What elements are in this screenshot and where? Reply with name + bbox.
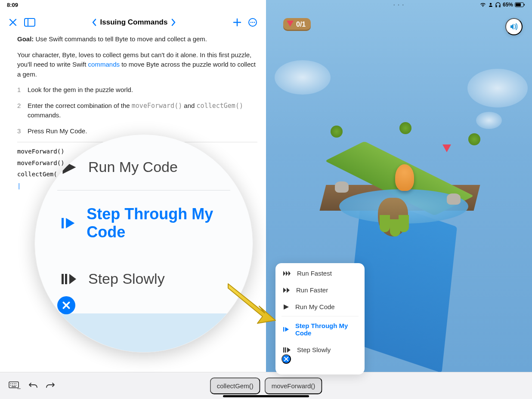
pause-play-icon (62, 271, 77, 287)
chevron-right-icon (171, 18, 176, 26)
battery-icon (515, 2, 525, 7)
cloud (476, 112, 502, 129)
step-play-icon (62, 215, 75, 231)
svg-point-26 (20, 388, 21, 389)
person-icon (488, 2, 493, 7)
sidebar-icon (24, 18, 35, 27)
plus-icon (232, 18, 242, 27)
more-button[interactable] (248, 18, 257, 27)
svg-rect-2 (516, 3, 521, 6)
close-button[interactable] (9, 18, 17, 27)
svg-point-15 (10, 383, 11, 384)
svg-point-19 (10, 385, 11, 386)
svg-rect-12 (283, 347, 285, 353)
chevron-left-icon (92, 18, 97, 26)
svg-rect-13 (285, 347, 286, 353)
commands-link[interactable]: commands (88, 61, 120, 68)
callout-arrow-icon (224, 279, 280, 327)
add-button[interactable] (232, 18, 242, 27)
rock (335, 181, 349, 193)
speaker-icon (510, 23, 518, 31)
step-1: Look for the gem in the puzzle world. (17, 85, 257, 95)
goal-label: Goal: (17, 35, 34, 43)
svg-rect-28 (62, 274, 64, 284)
magnifier-callout: Run My Code Step Through My Code Step Sl… (34, 134, 253, 353)
cloud (467, 69, 528, 107)
bush (331, 126, 343, 138)
redo-icon (46, 382, 55, 390)
svg-point-24 (19, 388, 20, 389)
menu-run-my-code[interactable]: Run My Code (275, 298, 365, 315)
svg-point-0 (490, 3, 492, 5)
menu-close-button[interactable] (281, 354, 291, 364)
svg-point-9 (254, 22, 255, 23)
mag-step-through: Step Through My Code (49, 190, 239, 256)
svg-point-25 (18, 388, 19, 389)
suggestion-moveforward[interactable]: moveForward() (265, 378, 322, 394)
svg-rect-27 (62, 218, 64, 228)
ellipsis-circle-icon (248, 18, 257, 27)
svg-point-17 (14, 383, 15, 384)
svg-rect-3 (524, 4, 525, 6)
home-indicator[interactable] (223, 395, 309, 397)
svg-point-18 (15, 383, 16, 384)
menu-step-through[interactable]: Step Through My Code (275, 317, 365, 341)
svg-rect-29 (65, 274, 67, 284)
svg-point-16 (12, 383, 13, 384)
menu-run-fastest[interactable]: Run Fastest (275, 265, 365, 282)
cloud (275, 60, 331, 95)
close-icon (284, 356, 289, 362)
undo-button[interactable] (28, 382, 38, 390)
svg-point-21 (14, 385, 15, 386)
svg-rect-4 (25, 18, 35, 26)
status-right: 65% (479, 2, 525, 8)
goal-text: Use Swift commands to tell Byte to move … (36, 35, 207, 43)
step-play-icon (283, 326, 289, 332)
battery-pct: 65% (503, 2, 513, 8)
sidebar-toggle-button[interactable] (24, 18, 35, 27)
redo-button[interactable] (46, 382, 55, 390)
step-2: Enter the correct combination of the mov… (17, 101, 257, 120)
fast-forward-3-icon (283, 270, 291, 276)
svg-rect-23 (12, 387, 16, 387)
byte-character (395, 164, 414, 191)
fast-forward-icon (283, 287, 290, 293)
bottom-bar: collectGem() moveForward() (0, 372, 532, 399)
svg-point-8 (252, 22, 254, 23)
keyboard-icon (9, 381, 21, 390)
rock (447, 193, 461, 205)
clock: 8:09 (7, 2, 18, 8)
mossy-rock (378, 198, 408, 236)
sound-button[interactable] (505, 18, 523, 35)
close-icon (9, 18, 17, 27)
keyboard-button[interactable] (9, 381, 21, 390)
svg-point-7 (251, 22, 252, 23)
gem-counter: 0/1 (283, 18, 311, 31)
svg-point-22 (15, 385, 16, 386)
svg-point-20 (12, 385, 13, 386)
bush (399, 122, 411, 134)
wifi-icon (479, 2, 486, 7)
mag-close-icon (57, 296, 75, 314)
svg-rect-11 (283, 327, 284, 331)
prev-page-button[interactable] (92, 18, 97, 26)
headphones-icon (495, 2, 501, 7)
status-bar: 8:09 65% (0, 0, 532, 9)
suggestion-collectgem[interactable]: collectGem() (210, 378, 260, 394)
next-page-button[interactable] (171, 18, 176, 26)
pause-play-icon (283, 347, 291, 353)
menu-run-faster[interactable]: Run Faster (275, 282, 365, 298)
gem (442, 144, 451, 152)
undo-icon (28, 382, 38, 390)
page-title: Issuing Commands (100, 18, 168, 27)
steps-list: Look for the gem in the puzzle world. En… (17, 85, 257, 136)
play-icon (283, 304, 289, 310)
toolbar: Issuing Commands (0, 13, 266, 32)
run-speed-menu: Run Fastest Run Faster Run My Code Step … (275, 263, 365, 374)
bush (468, 133, 480, 145)
mag-step-slowly: Step Slowly (49, 256, 239, 302)
